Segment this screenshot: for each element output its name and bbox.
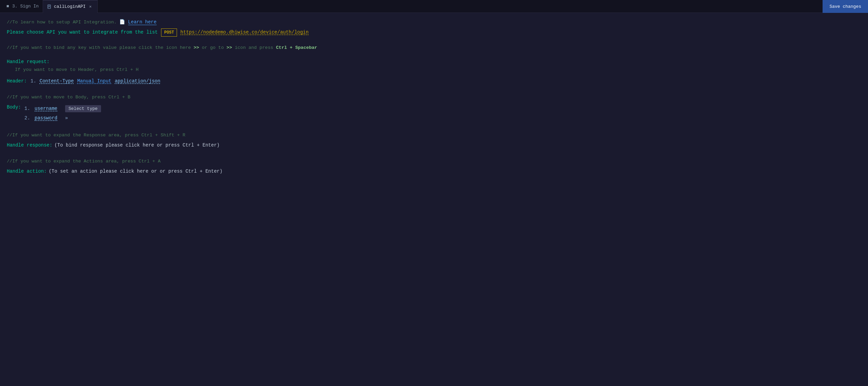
- step-icon: ■: [5, 4, 10, 9]
- tab-sign-in[interactable]: ■ 3. Sign In: [1, 0, 43, 13]
- body-item-2-num: 2.: [24, 114, 31, 122]
- body-item-password: password: [35, 114, 62, 122]
- response-expand-hint-text: //If you want to expand the Response are…: [7, 133, 185, 138]
- manual-input-badge[interactable]: Manual Input: [77, 77, 112, 85]
- save-changes-button[interactable]: Save changes: [823, 0, 868, 13]
- body-rows: 1. username Select type 2. password »: [24, 103, 101, 124]
- handle-response-label: Handle response:: [7, 141, 52, 150]
- body-row-password: 2. password »: [24, 114, 101, 122]
- header-item-num: 1.: [31, 77, 36, 85]
- body-item-1-num: 1.: [24, 105, 31, 113]
- header-section: Header: 1. Content-Type Manual Input app…: [7, 77, 861, 85]
- handle-action-line: Handle action: (To set an action please …: [7, 168, 861, 176]
- tab-close-icon[interactable]: ✕: [88, 4, 93, 9]
- api-select-prompt: Please choose API you want to integrate …: [7, 28, 158, 37]
- api-select-line: Please choose API you want to integrate …: [7, 28, 861, 37]
- action-expand-hint-text: //If you want to expand the Actions area…: [7, 159, 161, 164]
- body-section: Body: 1. username Select type 2. passwor…: [7, 103, 861, 124]
- select-type-button-username[interactable]: Select type: [65, 105, 101, 112]
- body-move-hint-text: //If you want to move to Body, press Ctr…: [7, 95, 131, 100]
- chevron-right-icon[interactable]: »: [65, 114, 68, 122]
- main-content: //To learn how to setup API Integration.…: [0, 13, 868, 182]
- api-method-badge[interactable]: POST: [161, 28, 177, 37]
- header-move-hint-text: If you want to move to Header, press Ctr…: [15, 67, 139, 72]
- body-label: Body:: [7, 103, 21, 112]
- header-move-hint: If you want to move to Header, press Ctr…: [15, 66, 861, 74]
- handle-action-label: Handle action:: [7, 168, 47, 176]
- header-label: Header:: [7, 77, 27, 85]
- body-move-hint: //If you want to move to Body, press Ctr…: [7, 94, 861, 101]
- body-row-username: 1. username Select type: [24, 105, 101, 113]
- api-url[interactable]: https://nodedemo.dhiwise.co/device/auth/…: [180, 28, 309, 37]
- handle-action-text[interactable]: (To set an action please click here or o…: [49, 168, 222, 176]
- bind-hint: //If you want to bind any key with value…: [7, 44, 861, 52]
- body-item-username: username: [35, 105, 62, 113]
- tab-call-login-api[interactable]: callLoginAPI ✕: [43, 0, 98, 13]
- file-icon: [47, 4, 52, 9]
- top-comment-line: //To learn how to setup API Integration.…: [7, 18, 861, 26]
- handle-response-line: Handle response: (To bind response pleas…: [7, 141, 861, 150]
- top-comment-text: //To learn how to setup API Integration.: [7, 20, 117, 25]
- tab-call-login-api-label: callLoginAPI: [54, 4, 86, 9]
- doc-icon-space: 📄: [119, 20, 128, 25]
- handle-request-header: Handle request:: [7, 58, 861, 66]
- tab-sign-in-label: 3. Sign In: [12, 4, 39, 9]
- bind-hint-text: //If you want to bind any key with value…: [7, 45, 317, 50]
- response-expand-hint: //If you want to expand the Response are…: [7, 132, 861, 139]
- handle-request-label: Handle request:: [7, 59, 50, 64]
- header-content-type[interactable]: Content-Type: [40, 77, 74, 85]
- learn-here-link[interactable]: Learn here: [128, 19, 157, 25]
- tab-bar: ■ 3. Sign In callLoginAPI ✕ Save changes: [0, 0, 868, 13]
- header-content-type-value[interactable]: application/json: [115, 77, 160, 85]
- header-row-1: Header: 1. Content-Type Manual Input app…: [7, 77, 861, 85]
- action-expand-hint: //If you want to expand the Actions area…: [7, 158, 861, 166]
- handle-response-text[interactable]: (To bind response please click here or p…: [54, 141, 219, 150]
